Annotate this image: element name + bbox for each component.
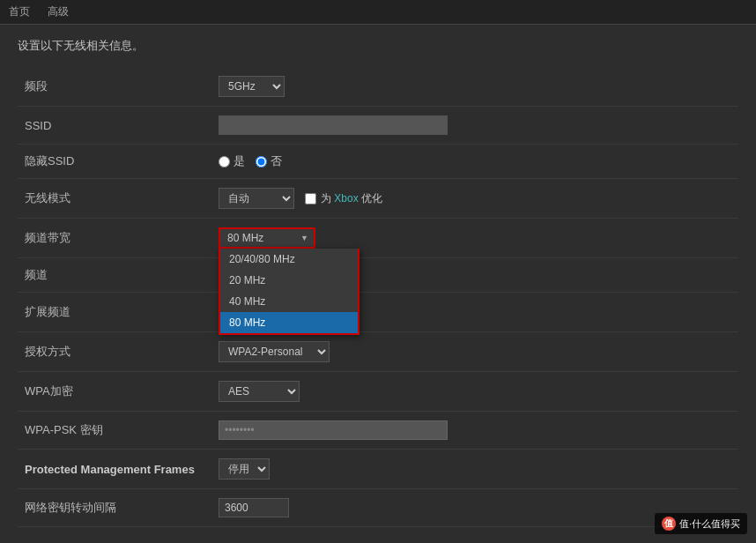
channel-width-selected: 80 MHz bbox=[227, 232, 263, 244]
row-frequency-band: 频段 2.4GHz 5GHz bbox=[18, 67, 738, 107]
form-table: 频段 2.4GHz 5GHz SSID bbox=[18, 67, 738, 527]
row-ext-channel: 扩展频道 自动 bbox=[18, 293, 738, 332]
label-wpa-psk: WPA-PSK 密钥 bbox=[18, 412, 211, 450]
main-container: 首页 高级 设置以下无线相关信息。 频段 2.4GHz 5GHz bbox=[0, 0, 756, 543]
xbox-label: 为 Xbox 优化 bbox=[321, 191, 382, 206]
dropdown-option-20[interactable]: 20 MHz bbox=[220, 270, 358, 291]
dropdown-option-40[interactable]: 40 MHz bbox=[220, 291, 358, 312]
radio-hide-ssid-no[interactable]: 否 bbox=[256, 153, 282, 169]
row-pmf: Protected Management Frames 停用 可用 必需 bbox=[18, 450, 738, 489]
xbox-checkbox-container: 为 Xbox 优化 bbox=[305, 191, 382, 206]
select-wireless-mode[interactable]: 自动 11a only 11n only 11ac only bbox=[219, 188, 294, 209]
row-auth-method: 授权方式 WPA2-Personal WPA-Personal WPA2-Ent… bbox=[18, 332, 738, 372]
ssid-input[interactable] bbox=[219, 115, 448, 135]
wpa-psk-input[interactable] bbox=[219, 420, 448, 440]
select-frequency-band[interactable]: 2.4GHz 5GHz bbox=[219, 76, 285, 97]
dropdown-option-20-40-80[interactable]: 20/40/80 MHz bbox=[220, 249, 358, 270]
select-pmf[interactable]: 停用 可用 必需 bbox=[219, 458, 270, 480]
watermark-icon: 值 bbox=[662, 517, 676, 531]
value-hide-ssid: 是 否 bbox=[211, 145, 738, 179]
dropdown-option-80[interactable]: 80 MHz bbox=[220, 312, 358, 333]
channel-width-list: 20/40/80 MHz 20 MHz 40 MHz 80 MHz bbox=[219, 249, 359, 335]
row-wireless-mode: 无线模式 自动 11a only 11n only 11ac only bbox=[18, 179, 738, 219]
row-channel-width: 频道带宽 80 MHz 20/40/80 MHz 20 MHz 40 MHz 8… bbox=[18, 219, 738, 258]
row-key-rotation: 网络密钥转动间隔 bbox=[18, 489, 738, 527]
channel-width-dropdown[interactable]: 80 MHz 20/40/80 MHz 20 MHz 40 MHz 80 MHz bbox=[219, 227, 315, 249]
label-wireless-mode: 无线模式 bbox=[18, 179, 211, 219]
topbar-link-advanced[interactable]: 高级 bbox=[48, 4, 69, 19]
channel-width-display[interactable]: 80 MHz bbox=[219, 227, 315, 249]
value-wpa-encrypt: AES TKIP AES+TKIP bbox=[211, 372, 738, 412]
label-ssid: SSID bbox=[18, 107, 211, 145]
value-ssid bbox=[211, 107, 738, 145]
value-pmf: 停用 可用 必需 bbox=[211, 450, 738, 489]
value-frequency-band: 2.4GHz 5GHz bbox=[211, 67, 738, 107]
label-pmf: Protected Management Frames bbox=[18, 450, 211, 489]
row-ssid: SSID bbox=[18, 107, 738, 145]
row-hide-ssid: 隐藏SSID 是 否 bbox=[18, 145, 738, 179]
xbox-checkbox[interactable] bbox=[305, 193, 316, 205]
select-wpa-encrypt[interactable]: AES TKIP AES+TKIP bbox=[219, 381, 300, 402]
label-key-rotation: 网络密钥转动间隔 bbox=[18, 489, 211, 527]
value-channel-width: 80 MHz 20/40/80 MHz 20 MHz 40 MHz 80 MHz bbox=[211, 219, 738, 258]
apply-button-row: 应用本页面设置 bbox=[18, 527, 738, 543]
label-auth-method: 授权方式 bbox=[18, 332, 211, 372]
value-auth-method: WPA2-Personal WPA-Personal WPA2-Enterpri… bbox=[211, 332, 738, 372]
watermark-text: 值·什么值得买 bbox=[679, 517, 740, 531]
label-wpa-encrypt: WPA加密 bbox=[18, 372, 211, 412]
label-hide-ssid: 隐藏SSID bbox=[18, 145, 211, 179]
top-bar: 首页 高级 bbox=[0, 0, 756, 25]
select-auth-method[interactable]: WPA2-Personal WPA-Personal WPA2-Enterpri… bbox=[219, 341, 330, 362]
row-channel: 频道 bbox=[18, 258, 738, 293]
value-wpa-psk bbox=[211, 412, 738, 450]
label-channel-width: 频道带宽 bbox=[18, 219, 211, 258]
radio-label-no: 否 bbox=[271, 153, 282, 169]
label-channel: 频道 bbox=[18, 258, 211, 293]
topbar-link-home[interactable]: 首页 bbox=[9, 4, 30, 19]
key-rotation-input[interactable] bbox=[219, 498, 289, 517]
label-ext-channel: 扩展频道 bbox=[18, 293, 211, 332]
row-wpa-encrypt: WPA加密 AES TKIP AES+TKIP bbox=[18, 372, 738, 412]
radio-input-no[interactable] bbox=[256, 156, 267, 167]
label-frequency-band: 频段 bbox=[18, 67, 211, 107]
watermark: 值 值·什么值得买 bbox=[655, 513, 747, 534]
radio-hide-ssid-yes[interactable]: 是 bbox=[219, 153, 245, 169]
row-wpa-psk: WPA-PSK 密钥 bbox=[18, 412, 738, 450]
radio-label-yes: 是 bbox=[233, 153, 245, 169]
page-description: 设置以下无线相关信息。 bbox=[18, 38, 738, 54]
value-wireless-mode: 自动 11a only 11n only 11ac only 为 Xbox 优化 bbox=[211, 179, 738, 219]
radio-input-yes[interactable] bbox=[219, 156, 230, 167]
content-area: 设置以下无线相关信息。 频段 2.4GHz 5GHz SSID bbox=[0, 25, 756, 543]
